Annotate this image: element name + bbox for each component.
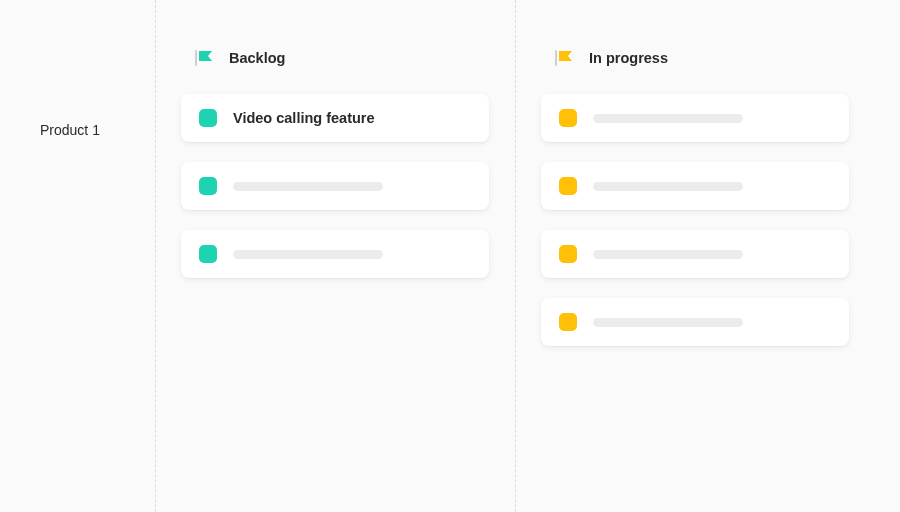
card[interactable]: Video calling feature [181,94,489,142]
product-label[interactable]: Product 1 [0,122,155,138]
column-divider [515,0,516,512]
card-title: Video calling feature [233,110,375,126]
card-color-dot [559,245,577,263]
card[interactable] [541,298,849,346]
svg-rect-0 [195,50,197,66]
flag-icon [195,50,215,66]
card[interactable] [181,162,489,210]
card-placeholder [593,114,743,123]
column-header-in-progress: In progress [541,50,849,86]
card[interactable] [541,94,849,142]
card-placeholder [233,250,383,259]
card-color-dot [199,109,217,127]
card-color-dot [199,177,217,195]
column-divider [155,0,156,512]
card-placeholder [593,250,743,259]
card-color-dot [199,245,217,263]
column-header-backlog: Backlog [181,50,489,86]
board-sidebar: Product 1 [0,50,155,512]
card-placeholder [233,182,383,191]
card-color-dot [559,109,577,127]
kanban-board: Product 1 Backlog Video calling feature [0,0,900,512]
svg-rect-1 [555,50,557,66]
card[interactable] [541,230,849,278]
card-list-in-progress [541,94,849,346]
column-title: In progress [589,50,668,66]
column-title: Backlog [229,50,285,66]
column-in-progress: In progress [515,50,875,512]
flag-icon [555,50,575,66]
card-placeholder [593,318,743,327]
card[interactable] [181,230,489,278]
card-color-dot [559,313,577,331]
column-backlog: Backlog Video calling feature [155,50,515,512]
card[interactable] [541,162,849,210]
card-placeholder [593,182,743,191]
card-list-backlog: Video calling feature [181,94,489,278]
card-color-dot [559,177,577,195]
